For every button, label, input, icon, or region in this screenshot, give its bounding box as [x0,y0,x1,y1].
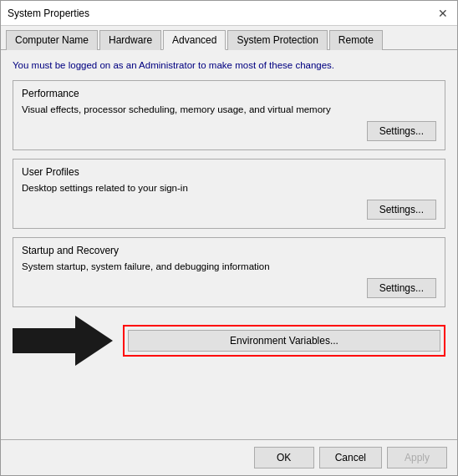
performance-btn-row: Settings... [22,121,436,141]
user-profiles-section: User Profiles Desktop settings related t… [13,159,445,229]
svg-marker-0 [13,316,113,366]
apply-button[interactable]: Apply [387,447,447,468]
performance-description: Visual effects, processor scheduling, me… [22,104,436,114]
user-profiles-description: Desktop settings related to your sign-in [22,183,436,193]
startup-recovery-btn-row: Settings... [22,278,436,298]
footer: OK Cancel Apply [1,439,457,475]
tab-system-protection[interactable]: System Protection [227,30,327,50]
tab-computer-name[interactable]: Computer Name [6,30,98,50]
close-button[interactable]: ✕ [435,6,450,21]
tab-hardware[interactable]: Hardware [99,30,161,50]
system-properties-window: System Properties ✕ Computer Name Hardwa… [0,0,458,476]
admin-notice: You must be logged on as an Administrato… [13,60,445,70]
startup-recovery-title: Startup and Recovery [22,245,436,256]
startup-recovery-settings-button[interactable]: Settings... [367,278,436,298]
performance-settings-button[interactable]: Settings... [367,121,436,141]
startup-recovery-description: System startup, system failure, and debu… [22,261,436,271]
user-profiles-btn-row: Settings... [22,200,436,220]
environment-variables-button[interactable]: Environment Variables... [128,330,440,352]
env-section: Environment Variables... [13,316,445,366]
user-profiles-title: User Profiles [22,166,436,178]
title-bar: System Properties ✕ [1,1,457,26]
tab-advanced[interactable]: Advanced [163,30,226,50]
tabs-container: Computer Name Hardware Advanced System P… [1,26,457,50]
cancel-button[interactable]: Cancel [319,447,382,468]
tab-remote[interactable]: Remote [329,30,383,50]
user-profiles-settings-button[interactable]: Settings... [367,200,436,220]
env-button-wrapper: Environment Variables... [123,325,445,357]
env-row: Environment Variables... [13,316,445,366]
performance-title: Performance [22,88,436,99]
ok-button[interactable]: OK [254,447,314,468]
arrow-icon [13,316,113,366]
window-title: System Properties [8,8,89,19]
startup-recovery-section: Startup and Recovery System startup, sys… [13,237,445,307]
tab-content: You must be logged on as an Administrato… [1,50,457,439]
performance-section: Performance Visual effects, processor sc… [13,80,445,150]
